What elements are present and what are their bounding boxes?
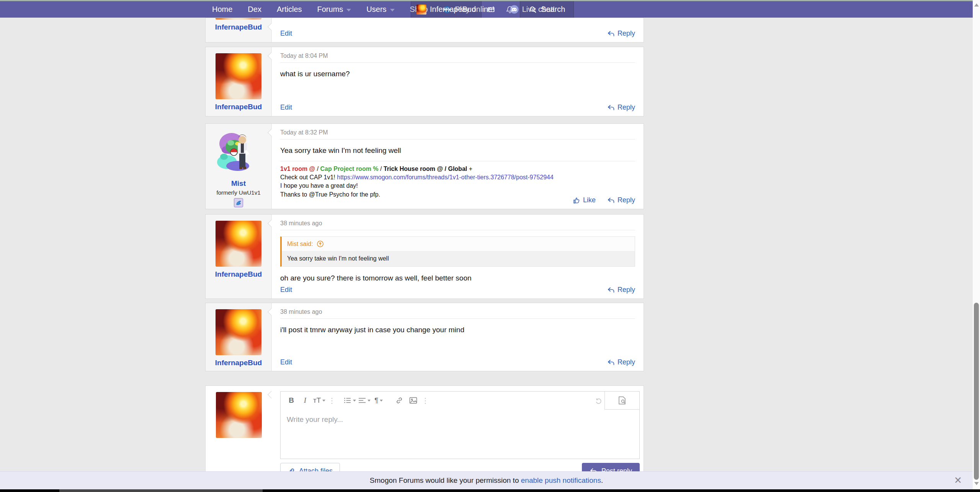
avatar[interactable] <box>216 309 261 355</box>
post-actions: Edit Reply <box>280 103 635 112</box>
account-menu-button[interactable]: InfernapeBud <box>411 1 482 18</box>
reply-label: Reply <box>617 196 635 204</box>
banner-suffix: . <box>601 476 603 484</box>
quote-header[interactable]: Mist said: <box>282 237 635 251</box>
image-icon <box>409 397 417 404</box>
signature-cap-line: Check out CAP 1v1! https://www.smogon.co… <box>280 173 635 182</box>
edit-link[interactable]: Edit <box>280 286 292 294</box>
avatar[interactable] <box>216 130 261 176</box>
scrollbar-up-arrow-icon[interactable] <box>974 3 979 7</box>
nav-dex-label: Dex <box>248 5 261 14</box>
undo-button[interactable] <box>592 397 606 404</box>
bell-icon <box>506 5 514 14</box>
nav-item-home[interactable]: Home <box>212 5 232 14</box>
nav-item-articles[interactable]: Articles <box>277 5 302 14</box>
font-size-glyph: тT <box>313 396 321 405</box>
insert-image-button[interactable] <box>406 397 420 404</box>
more-icon: ⋮ <box>328 396 336 405</box>
reply-link[interactable]: Reply <box>607 286 635 294</box>
nav-item-forums[interactable]: Forums <box>317 5 351 14</box>
post-timestamp[interactable]: 38 minutes ago <box>280 220 635 230</box>
quote-text: Yea sorry take win I'm not feeling well <box>282 251 635 266</box>
goto-quoted-post-icon[interactable] <box>317 240 324 248</box>
reply-link[interactable]: Reply <box>607 103 635 112</box>
avatar[interactable] <box>216 392 262 438</box>
paragraph-format-button[interactable]: ¶ <box>372 396 385 405</box>
author-cell: InfernapeBud <box>206 18 272 42</box>
main-navbar: Home Dex Articles Forums Users Shop Play… <box>0 1 973 18</box>
avatar[interactable] <box>216 221 261 267</box>
vertical-scrollbar[interactable] <box>973 0 980 489</box>
reply-arrow-icon <box>607 197 615 204</box>
edit-link[interactable]: Edit <box>280 103 292 112</box>
rich-text-editor: B I тT ⋮ ¶ <box>280 391 640 459</box>
quick-reply-card: B I тT ⋮ ¶ <box>205 385 644 477</box>
more-insert-menu[interactable]: ⋮ <box>420 396 431 405</box>
alerts-button[interactable] <box>501 1 519 18</box>
reply-link[interactable]: Reply <box>607 358 635 366</box>
avatar[interactable] <box>216 18 261 20</box>
search-button[interactable]: Search <box>520 1 574 18</box>
scrollbar-down-arrow-icon[interactable] <box>974 482 979 485</box>
alignment-button[interactable] <box>357 397 372 404</box>
post-body: Today at 8:32 PM Yea sorry take win I'm … <box>272 124 644 209</box>
post-message: oh are you sure? there is tomorrow as we… <box>280 273 635 283</box>
italic-glyph: I <box>304 396 306 405</box>
reply-link[interactable]: Reply <box>607 196 635 204</box>
edit-link[interactable]: Edit <box>280 30 292 38</box>
list-button[interactable] <box>343 397 357 404</box>
link-icon <box>395 397 403 404</box>
enable-push-notifications-link[interactable]: enable push notifications <box>521 476 601 484</box>
post-timestamp[interactable]: Today at 8:04 PM <box>280 52 635 63</box>
thread-messages: InfernapeBud Edit Reply InfernapeBud <box>205 18 644 477</box>
username-link[interactable]: Mist <box>231 179 246 188</box>
bold-button[interactable]: B <box>284 396 298 405</box>
nav-item-dex[interactable]: Dex <box>248 5 261 14</box>
post-message: Yea sorry take win I'm not feeling well <box>280 146 635 156</box>
font-size-button[interactable]: тT <box>312 396 327 405</box>
like-label: Like <box>583 196 596 204</box>
post-message: i'll post it tmrw anyway just in case yo… <box>280 325 635 335</box>
username-link[interactable]: InfernapeBud <box>215 359 262 367</box>
chevron-down-icon <box>353 400 356 402</box>
edit-link[interactable]: Edit <box>280 358 292 366</box>
username-link[interactable]: InfernapeBud <box>215 23 262 31</box>
chevron-down-icon <box>368 400 371 402</box>
post-actions: Edit Reply <box>280 286 635 294</box>
insert-link-button[interactable] <box>392 397 406 404</box>
thumbs-up-icon <box>573 197 580 204</box>
italic-button[interactable]: I <box>298 396 312 405</box>
nav-home-label: Home <box>212 5 232 14</box>
post-timestamp[interactable]: Today at 8:32 PM <box>280 129 635 139</box>
navbar-right-cluster: InfernapeBud Search <box>411 1 574 18</box>
reply-arrow-icon <box>607 30 615 38</box>
more-format-menu[interactable]: ⋮ <box>327 396 337 405</box>
post-timestamp[interactable]: 38 minutes ago <box>280 308 635 319</box>
bottom-bar <box>0 489 980 492</box>
scrollbar-thumb[interactable] <box>974 303 979 480</box>
username-link[interactable]: InfernapeBud <box>215 270 262 279</box>
close-icon[interactable]: ✕ <box>954 476 962 485</box>
post: Mist formerly UwU1v1 Today at 8:32 PM Ye… <box>205 123 644 209</box>
signature-room-trickhouse: Trick House room @ / Global <box>384 166 467 172</box>
like-link[interactable]: Like <box>573 196 596 204</box>
post-body: Today at 8:04 PM what is ur username? Ed… <box>272 47 644 116</box>
signature-separator: / <box>379 166 384 172</box>
inbox-button[interactable] <box>482 1 501 18</box>
chevron-down-icon <box>380 400 383 402</box>
quote-block: Mist said: Yea sorry take win I'm not fe… <box>280 236 635 267</box>
preview-button[interactable] <box>604 391 640 410</box>
post: InfernapeBud Today at 8:04 PM what is ur… <box>205 47 644 116</box>
user-badge[interactable] <box>234 198 243 207</box>
reply-link[interactable]: Reply <box>607 30 635 38</box>
avatar[interactable] <box>216 53 261 99</box>
nav-item-users[interactable]: Users <box>366 5 394 14</box>
reply-input[interactable]: Write your reply... <box>281 409 639 430</box>
post-body: 38 minutes ago i'll post it tmrw anyway … <box>272 303 644 371</box>
signature-thread-link[interactable]: https://www.smogon.com/forums/threads/1v… <box>337 174 554 180</box>
reply-label: Reply <box>617 30 635 38</box>
signature-room-1v1: 1v1 room @ <box>280 166 315 172</box>
nav-users-label: Users <box>366 5 386 14</box>
username-link[interactable]: InfernapeBud <box>215 103 262 111</box>
post-actions: Edit Reply <box>280 30 635 38</box>
